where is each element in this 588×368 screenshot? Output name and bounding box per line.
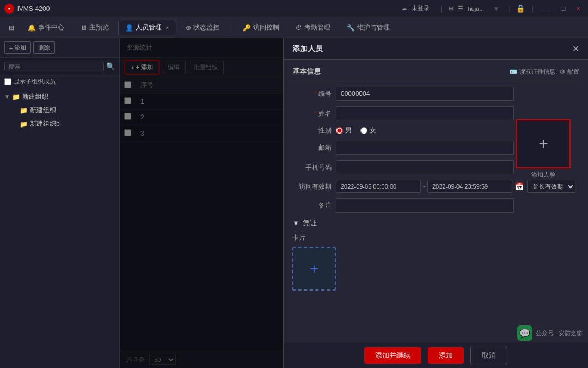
tab-event[interactable]: 🔔 事件中心 xyxy=(21,20,71,35)
credentials-title: 凭证 xyxy=(303,218,317,228)
add-icon: + xyxy=(9,45,13,51)
tab-personnel[interactable]: 👤 人员管理 ✕ xyxy=(118,20,176,35)
credentials-toggle[interactable]: ▼ 凭证 xyxy=(292,218,579,228)
tab-preview[interactable]: 🖥 主预览 xyxy=(74,20,116,35)
sep4: | xyxy=(531,5,533,13)
show-members-checkbox[interactable] xyxy=(4,78,11,85)
tree-root-item[interactable]: ▼ 📁 新建组织 xyxy=(0,90,119,104)
home-icon: ⊞ xyxy=(9,24,14,32)
calendar-icon[interactable]: 📅 xyxy=(514,182,524,191)
tree-child-2-label: 新建组织b xyxy=(30,119,60,129)
card-title: 卡片 xyxy=(292,233,579,243)
modal-close-button[interactable]: ✕ xyxy=(572,44,579,54)
sep2: ▼ xyxy=(493,5,499,13)
cancel-button[interactable]: 取消 xyxy=(470,347,507,364)
tab-event-label: 事件中心 xyxy=(38,23,64,32)
config-button[interactable]: ⚙ 配置 xyxy=(560,68,579,76)
tree-children: 📁 新建组织 📁 新建组织b xyxy=(0,104,119,131)
gender-male-radio[interactable] xyxy=(336,127,343,134)
close-button[interactable]: × xyxy=(573,3,584,14)
layout-icon: ☰ xyxy=(458,5,463,12)
main-layout: + 添加 删除 🔍 显示子组织成员 ▼ 📁 新建组织 📁 新 xyxy=(0,38,588,368)
gender-female-option[interactable]: 女 xyxy=(360,126,376,135)
username: huju... xyxy=(468,5,484,12)
sidebar-delete-button[interactable]: 删除 xyxy=(33,41,55,54)
attendance-icon: ⏱ xyxy=(296,24,302,32)
delete-label: 删除 xyxy=(38,44,50,52)
tab-access[interactable]: 🔑 访问控制 xyxy=(236,20,286,35)
sep3: | xyxy=(508,5,510,13)
tab-status-label: 状态监控 xyxy=(193,23,219,32)
wechat-icon: 💬 xyxy=(517,325,532,341)
tab-maintenance[interactable]: 🔧 维护与管理 xyxy=(340,20,397,35)
notes-input[interactable] xyxy=(336,198,514,213)
sidebar-search: 🔍 xyxy=(0,58,119,75)
date-sep: - xyxy=(423,183,425,190)
email-field-row: 邮箱 xyxy=(292,141,514,155)
id-label: 编号 xyxy=(292,89,336,99)
chevron-down-icon: ▼ xyxy=(292,219,299,227)
personnel-tab-x[interactable]: ✕ xyxy=(165,25,169,31)
nav-home[interactable]: ⊞ xyxy=(4,22,19,34)
name-field-row: 姓名 xyxy=(292,106,514,120)
add-continue-button[interactable]: 添加并继续 xyxy=(364,347,421,364)
access-start-input[interactable] xyxy=(336,180,421,193)
preview-icon: 🖥 xyxy=(81,24,87,32)
event-icon: 🔔 xyxy=(28,24,36,32)
email-label: 邮箱 xyxy=(292,143,336,153)
id-card-icon: 🪪 xyxy=(510,68,517,75)
tab-attendance[interactable]: ⏱ 考勤管理 xyxy=(289,20,338,35)
grid-icon: ⊞ xyxy=(449,5,454,12)
plus-icon: + xyxy=(538,135,548,153)
access-end-input[interactable] xyxy=(427,180,512,193)
phone-input[interactable] xyxy=(336,160,514,174)
gender-male-option[interactable]: 男 xyxy=(336,126,352,135)
tab-preview-label: 主预览 xyxy=(89,23,109,32)
access-period-label: 访问有效期 xyxy=(292,182,336,191)
tab-maintenance-label: 维护与管理 xyxy=(357,23,390,32)
tree-arrow-icon: ▼ xyxy=(4,94,10,100)
watermark-text: 公众号 · 安防之窗 xyxy=(536,329,583,337)
tab-attendance-label: 考勤管理 xyxy=(304,23,330,32)
name-input[interactable] xyxy=(336,106,514,120)
tree-child-1[interactable]: 📁 新建组织 xyxy=(11,104,119,117)
nav-divider xyxy=(231,22,231,33)
folder-icon-2: 📁 xyxy=(20,120,28,128)
tree-root-label: 新建组织 xyxy=(22,92,48,101)
card-section: 卡片 + xyxy=(292,233,579,291)
cloud-icon: ☁ xyxy=(401,5,407,12)
sidebar-add-button[interactable]: + 添加 xyxy=(4,41,31,54)
app-title: iVMS-4200 xyxy=(17,5,401,13)
tab-status[interactable]: ⊕ 状态监控 xyxy=(179,20,226,35)
name-label: 姓名 xyxy=(292,109,336,118)
tree-child-1-label: 新建组织 xyxy=(30,106,56,115)
modal-footer: 添加并继续 添加 取消 xyxy=(284,342,588,368)
sidebar: + 添加 删除 🔍 显示子组织成员 ▼ 📁 新建组织 📁 新 xyxy=(0,38,120,368)
notes-label: 备注 xyxy=(292,201,336,210)
add-face-button[interactable]: + xyxy=(516,119,571,168)
email-input[interactable] xyxy=(336,141,514,155)
read-cert-button[interactable]: 🪪 读取证件信息 xyxy=(510,68,555,76)
maintenance-icon: 🔧 xyxy=(347,24,355,32)
date-field: - 📅 xyxy=(336,180,524,193)
modal-body: 基本信息 🪪 读取证件信息 ⚙ 配置 xyxy=(284,60,588,342)
minimize-button[interactable]: — xyxy=(540,3,554,14)
add-card-button[interactable]: + xyxy=(292,247,336,291)
title-bar-controls: ☁ 未登录 | ⊞ ☰ huju... ▼ | 🔒 | — □ × xyxy=(401,3,584,14)
search-input[interactable] xyxy=(4,62,104,71)
status-icon: ⊕ xyxy=(186,24,191,32)
extend-validity-select[interactable]: 延长有效期 xyxy=(527,180,575,193)
card-plus-icon: + xyxy=(310,260,318,277)
sidebar-toolbar: + 添加 删除 xyxy=(0,38,119,58)
form-fields: 编号 姓名 性别 xyxy=(292,87,514,213)
lock-icon: 🔒 xyxy=(516,4,525,13)
access-period-row: 访问有效期 - 📅 延长有效期 xyxy=(292,180,514,193)
gender-female-radio[interactable] xyxy=(360,127,367,134)
personnel-icon: 👤 xyxy=(125,24,133,32)
id-input[interactable] xyxy=(336,87,514,101)
sep1: | xyxy=(440,5,442,13)
maximize-button[interactable]: □ xyxy=(558,3,569,14)
tree-child-2[interactable]: 📁 新建组织b xyxy=(11,117,119,131)
show-members-label: 显示子组织成员 xyxy=(14,77,56,86)
add-button[interactable]: 添加 xyxy=(428,347,464,364)
